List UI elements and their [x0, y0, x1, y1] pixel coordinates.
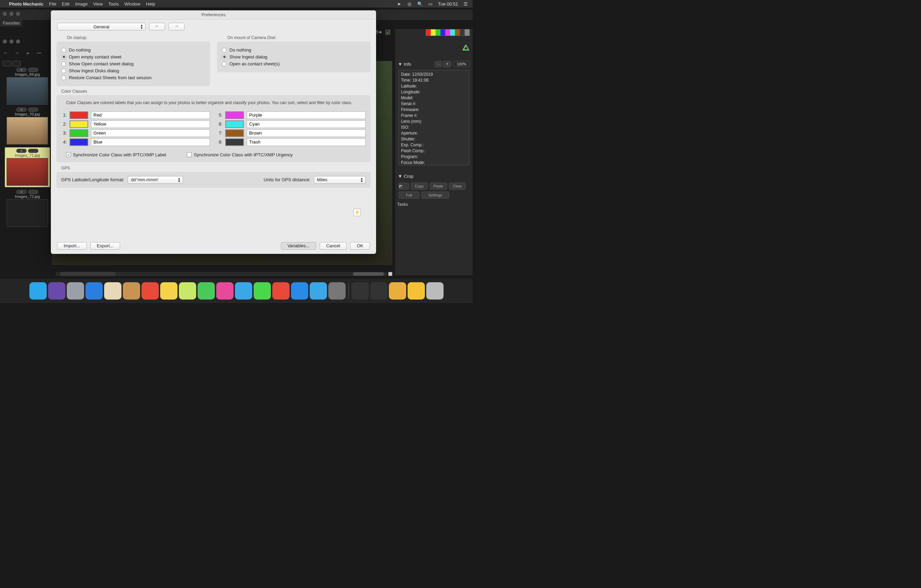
export-button[interactable]: Export...	[90, 242, 120, 250]
dock-item[interactable]	[104, 282, 122, 299]
dock-item[interactable]	[160, 282, 177, 299]
crop-paste-button[interactable]: Paste	[430, 183, 447, 190]
menu-extras-icon[interactable]: ☰	[463, 1, 469, 6]
menu-image[interactable]: Image	[75, 2, 88, 6]
colorclass-name-input[interactable]	[247, 138, 366, 146]
menu-tools[interactable]: Tools	[108, 2, 119, 6]
back-icon[interactable]: ←	[3, 50, 11, 58]
dock-item[interactable]	[235, 282, 252, 299]
dock-item[interactable]	[123, 282, 140, 299]
thumbnail-item[interactable]: ★Images_70.jpg	[5, 107, 50, 145]
dock-item[interactable]	[389, 282, 406, 299]
colorclass-name-input[interactable]	[247, 129, 366, 137]
startup-option[interactable]: Do nothing	[61, 47, 205, 53]
import-button[interactable]: Import...	[57, 242, 87, 250]
colorclass-name-input[interactable]	[247, 111, 366, 119]
dock-item[interactable]	[426, 282, 444, 299]
sync-label-checkbox[interactable]: ✓Synchronize Color Class with IPTC/XMP L…	[66, 152, 166, 158]
next-category-button[interactable]: →	[169, 23, 184, 31]
dock-item[interactable]	[216, 282, 234, 299]
dock-item[interactable]	[142, 282, 159, 299]
color-filter-swatch[interactable]	[460, 29, 465, 36]
dock-item[interactable]	[179, 282, 196, 299]
dock-item[interactable]	[29, 282, 47, 299]
menu-window[interactable]: Window	[125, 2, 140, 6]
dock-item[interactable]	[198, 282, 215, 299]
dock-item[interactable]	[272, 282, 290, 299]
dock-item[interactable]	[254, 282, 271, 299]
menu-file[interactable]: File	[49, 2, 56, 6]
favorites-traffic-lights[interactable]	[3, 12, 20, 16]
colorclass-swatch[interactable]	[225, 138, 244, 146]
colorclass-swatch[interactable]	[225, 120, 244, 128]
dock-item[interactable]	[85, 282, 103, 299]
dock-item[interactable]	[351, 282, 369, 299]
sync-urgency-checkbox[interactable]: Synchronize Color Class with IPTC/XMP Ur…	[187, 152, 293, 158]
menu-view[interactable]: View	[93, 2, 103, 6]
dock-item[interactable]	[291, 282, 308, 299]
dock-item[interactable]	[370, 282, 387, 299]
color-filter-swatch[interactable]	[455, 29, 460, 36]
colorclass-swatch[interactable]	[70, 129, 88, 137]
color-filter-swatch[interactable]	[431, 29, 436, 36]
colorclass-swatch[interactable]	[70, 111, 88, 119]
clock[interactable]: Tue 00:51	[438, 2, 458, 6]
dock-item[interactable]	[408, 282, 425, 299]
colorclass-swatch[interactable]	[225, 111, 244, 119]
startup-option[interactable]: Restore Contact Sheets from last session	[61, 75, 205, 80]
color-filter-swatch[interactable]	[445, 29, 450, 36]
color-filter-swatch[interactable]	[426, 29, 431, 36]
crop-clear-button[interactable]: Clear	[449, 183, 466, 190]
gps-format-select[interactable]: dd°mm.mmm'▲▼	[128, 176, 183, 184]
mount-option[interactable]: Open as contact sheet(s)	[222, 61, 366, 67]
dock-item[interactable]	[328, 282, 346, 299]
startup-option[interactable]: Show Ingest Disks dialog	[61, 68, 205, 73]
thumbnail-item[interactable]: ★Images_72.jpg	[5, 190, 50, 227]
view-list-icon[interactable]	[13, 61, 21, 67]
crop-settings-button[interactable]: Settings	[421, 192, 449, 198]
thumbnail-item[interactable]: ★Images_69.jpg	[5, 68, 50, 105]
resize-handle[interactable]	[388, 272, 392, 276]
prev-category-button[interactable]: ←	[149, 23, 165, 31]
colorclass-swatch[interactable]	[225, 129, 244, 137]
crop-copy-button[interactable]: Copy	[411, 183, 428, 190]
colorclass-name-input[interactable]	[91, 111, 210, 119]
crop-full-button[interactable]: Full	[399, 192, 419, 198]
cancel-button[interactable]: Cancel	[320, 242, 347, 250]
forward-icon[interactable]: →	[15, 50, 22, 58]
variables-button[interactable]: Variables...	[281, 242, 316, 250]
crop-tool-icon[interactable]: ◩	[399, 183, 409, 190]
startup-option[interactable]: Show Open contact sheet dialog	[61, 61, 205, 67]
color-filter-swatch[interactable]	[441, 29, 445, 36]
dock-item[interactable]	[48, 282, 65, 299]
power-icon[interactable]: ◎	[407, 1, 412, 6]
add-icon[interactable]: ＋	[26, 50, 33, 58]
thumbnail-item[interactable]: ★Images_71.jpg	[5, 147, 50, 187]
remove-icon[interactable]: —	[37, 50, 44, 58]
colorclass-swatch[interactable]	[70, 138, 88, 146]
color-filter-swatch[interactable]	[465, 29, 470, 36]
preferences-category-select[interactable]: General▲▼	[57, 23, 146, 31]
color-filter-bar[interactable]	[426, 29, 470, 36]
ok-button[interactable]: OK	[350, 242, 370, 250]
dock-item[interactable]	[67, 282, 84, 299]
zoom-out-button[interactable]: -	[434, 61, 442, 67]
color-filter-swatch[interactable]	[450, 29, 455, 36]
spotlight-icon[interactable]: 🔍	[417, 1, 423, 6]
display-icon[interactable]: ▭	[428, 1, 433, 6]
app-name[interactable]: Photo Mechanic	[9, 2, 44, 6]
cursor-icon[interactable]: ➤	[397, 1, 402, 6]
color-filter-swatch[interactable]	[436, 29, 441, 36]
zoom-value[interactable]: 100%	[453, 61, 470, 67]
colorclass-name-input[interactable]	[91, 138, 210, 146]
mount-option[interactable]: Do nothing	[222, 47, 366, 53]
startup-option[interactable]: Open empty contact sheet	[61, 54, 205, 60]
zoom-in-button[interactable]: +	[444, 61, 451, 67]
colorclass-swatch[interactable]	[70, 120, 88, 128]
disclosure-triangle-icon[interactable]: ▼	[398, 62, 402, 67]
gps-units-select[interactable]: Miles▲▼	[314, 176, 366, 184]
filter-tag-checkbox[interactable]: ✓	[386, 30, 390, 34]
browser-traffic-lights[interactable]	[3, 39, 20, 44]
mount-option[interactable]: Show Ingest dialog	[222, 54, 366, 60]
colorclass-name-input[interactable]	[91, 120, 210, 128]
